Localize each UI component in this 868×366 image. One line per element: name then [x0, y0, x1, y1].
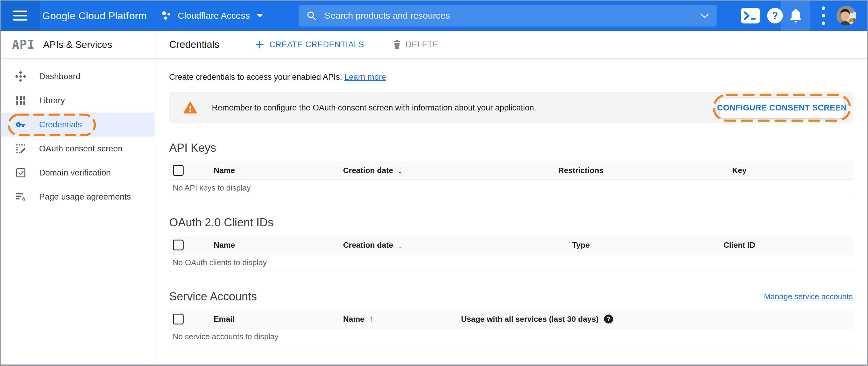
usage-label: Usage with all services (last 30 days) — [461, 314, 599, 324]
search-icon — [306, 10, 317, 21]
sidebar-item-page-usage-agreements[interactable]: Page usage agreements — [1, 185, 155, 209]
select-all-checkbox[interactable] — [173, 240, 184, 250]
cloud-shell-button[interactable] — [737, 1, 763, 31]
column-header-creation-date[interactable]: Creation date ↓ — [343, 240, 536, 250]
sidebar-item-label: Domain verification — [39, 168, 111, 178]
api-keys-title: API Keys — [169, 142, 852, 154]
service-accounts-title-row: Service Accounts Manage service accounts — [169, 290, 852, 303]
sidebar-item-credentials[interactable]: Credentials — [1, 113, 155, 136]
cloud-shell-icon — [741, 8, 760, 24]
more-vert-icon — [822, 6, 825, 25]
column-header-restrictions[interactable]: Restrictions — [536, 166, 626, 175]
search-chevron-down-icon[interactable] — [700, 13, 709, 18]
consent-warning-banner: Remember to configure the OAuth consent … — [169, 92, 852, 123]
oauth-table: Name Creation date ↓ Type Client ID No O… — [169, 236, 852, 271]
column-header-name[interactable]: Name — [214, 166, 343, 175]
sidebar: API APIs & Services Dashboard Library — [1, 31, 155, 365]
project-icon — [161, 10, 172, 21]
gcp-logo[interactable]: Google Cloud Platform — [42, 10, 147, 22]
project-name: Cloudflare Access — [178, 10, 250, 21]
sidebar-item-label: Credentials — [39, 120, 82, 129]
notifications-button[interactable] — [781, 1, 810, 31]
sidebar-item-library[interactable]: Library — [1, 89, 155, 113]
search-bar[interactable] — [299, 5, 717, 27]
column-header-name[interactable]: Name ↑ — [343, 314, 461, 324]
sidebar-title: APIs & Services — [43, 39, 112, 50]
sidebar-item-dashboard[interactable]: Dashboard — [1, 64, 155, 89]
select-all-cell — [169, 240, 214, 250]
column-header-key[interactable]: Key — [626, 166, 852, 175]
help-icon: ? — [767, 8, 783, 24]
configure-consent-screen-button[interactable]: CONFIGURE CONSENT SCREEN — [720, 98, 844, 118]
sidebar-item-label: Dashboard — [39, 72, 80, 81]
service-accounts-title: Service Accounts — [169, 290, 257, 303]
api-keys-table: Name Creation date ↓ Restrictions Key No… — [169, 161, 852, 196]
page-header: Credentials CREATE CREDENTIALS DELETE — [155, 31, 867, 59]
svg-text:?: ? — [772, 10, 778, 21]
column-header-name[interactable]: Name — [214, 241, 343, 250]
intro-sentence: Create credentials to access your enable… — [169, 72, 344, 82]
configure-consent-wrap: CONFIGURE CONSENT SCREEN — [712, 93, 851, 122]
delete-label: DELETE — [406, 40, 438, 49]
warning-icon — [184, 102, 197, 114]
main-content: Credentials CREATE CREDENTIALS DELETE Cr… — [155, 31, 867, 365]
create-credentials-button[interactable]: CREATE CREDENTIALS — [255, 40, 364, 49]
dashboard-icon — [15, 71, 27, 82]
more-options-button[interactable] — [815, 1, 832, 31]
sidebar-item-label: Page usage agreements — [39, 192, 131, 202]
consent-screen-icon — [15, 143, 27, 154]
hamburger-menu-button[interactable] — [1, 1, 40, 31]
intro-text: Create credentials to access your enable… — [169, 72, 852, 82]
top-navigation-bar: Google Cloud Platform Cloudflare Access — [1, 1, 867, 31]
account-avatar-button[interactable] — [835, 1, 858, 31]
column-header-creation-date[interactable]: Creation date ↓ — [343, 165, 536, 175]
banner-text: Remember to configure the OAuth consent … — [212, 103, 712, 113]
project-selector[interactable]: Cloudflare Access — [161, 10, 263, 21]
key-icon — [15, 119, 27, 130]
name-label: Name — [343, 314, 365, 324]
gcp-console-window: Google Cloud Platform Cloudflare Access — [0, 0, 868, 366]
api-keys-empty-row: No API keys to display — [169, 180, 852, 196]
column-header-type[interactable]: Type — [536, 241, 626, 250]
sidebar-header: API APIs & Services — [1, 31, 155, 59]
sidebar-item-label: OAuth consent screen — [39, 144, 123, 153]
search-input[interactable] — [324, 10, 700, 21]
domain-verification-icon — [15, 167, 27, 179]
creation-date-label: Creation date — [343, 166, 393, 175]
avatar — [836, 6, 856, 26]
sidebar-item-label: Library — [39, 96, 65, 105]
select-all-cell — [169, 314, 214, 325]
service-accounts-empty-row: No service accounts to display — [169, 328, 852, 345]
sidebar-item-domain-verification[interactable]: Domain verification — [1, 161, 155, 185]
select-all-checkbox[interactable] — [173, 165, 184, 176]
column-header-email[interactable]: Email — [214, 314, 343, 324]
api-keys-header-row: Name Creation date ↓ Restrictions Key — [169, 161, 852, 180]
agreements-icon — [15, 191, 27, 203]
sidebar-menu: Dashboard Library Credentials OAuth — [1, 59, 155, 209]
service-accounts-header-row: Email Name ↑ Usage with all services (la… — [169, 310, 852, 328]
menu-icon — [13, 10, 27, 21]
oauth-empty-row: No OAuth clients to display — [169, 254, 852, 271]
sort-desc-arrow-icon: ↓ — [398, 165, 402, 175]
learn-more-link[interactable]: Learn more — [344, 72, 386, 82]
plus-icon — [255, 40, 265, 49]
notifications-bell-icon — [789, 8, 802, 23]
select-all-checkbox[interactable] — [173, 314, 184, 325]
library-icon — [15, 95, 27, 106]
page-title: Credentials — [169, 39, 219, 50]
select-all-cell — [169, 165, 214, 176]
sidebar-item-oauth-consent-screen[interactable]: OAuth consent screen — [1, 136, 155, 161]
help-tooltip-icon[interactable]: ? — [604, 314, 613, 324]
api-logo: API — [12, 38, 35, 52]
creation-date-label: Creation date — [343, 241, 393, 250]
trash-icon — [393, 39, 402, 50]
delete-button[interactable]: DELETE — [393, 39, 438, 50]
column-header-usage[interactable]: Usage with all services (last 30 days) ? — [461, 314, 852, 324]
column-header-client-id[interactable]: Client ID — [626, 241, 852, 250]
oauth-title: OAuth 2.0 Client IDs — [169, 216, 852, 229]
create-credentials-label: CREATE CREDENTIALS — [269, 40, 364, 49]
manage-service-accounts-link[interactable]: Manage service accounts — [764, 292, 852, 301]
oauth-header-row: Name Creation date ↓ Type Client ID — [169, 236, 852, 254]
service-accounts-table: Email Name ↑ Usage with all services (la… — [169, 310, 852, 345]
sort-desc-arrow-icon: ↓ — [398, 240, 402, 250]
